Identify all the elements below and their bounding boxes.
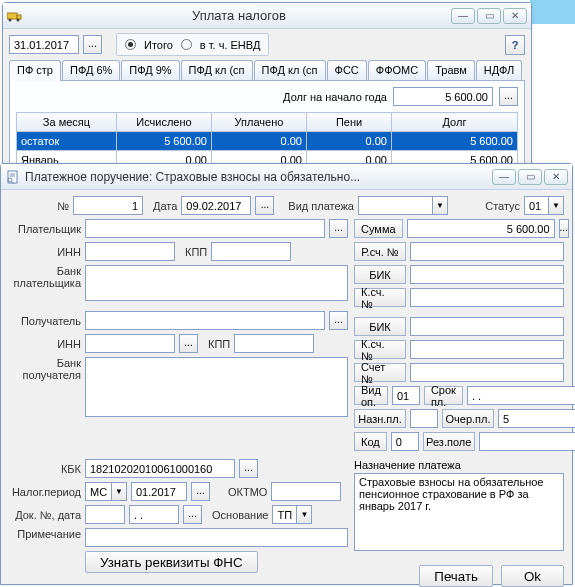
tab-pfd-kl1[interactable]: ПФД кл (сп xyxy=(181,60,253,81)
dok-date-picker[interactable]: ... xyxy=(183,505,202,524)
payer-bank-label: Банк плательщика xyxy=(9,265,81,289)
recip-ksch-input[interactable] xyxy=(410,340,564,359)
payer-kpp-input[interactable] xyxy=(211,242,291,261)
summary-mode-group: Итого в т. ч. ЕНВД xyxy=(116,33,269,56)
payer-ksch-input[interactable] xyxy=(410,288,564,307)
dok-number-input[interactable] xyxy=(85,505,125,524)
payment-order-window: Платежное поручение: Страховые взносы на… xyxy=(0,163,573,585)
rsch-input[interactable] xyxy=(410,242,564,261)
nalog-period-input[interactable] xyxy=(131,482,187,501)
tab-pfd9[interactable]: ПФД 9% xyxy=(121,60,179,81)
number-label: № xyxy=(9,200,69,212)
schet-input[interactable] xyxy=(410,363,564,382)
date-picker-button[interactable]: ... xyxy=(83,35,102,54)
window-title: Уплата налогов xyxy=(27,8,451,23)
purpose-textarea[interactable] xyxy=(354,473,564,551)
recip-bik-input[interactable] xyxy=(410,317,564,336)
kbk-input[interactable] xyxy=(85,459,235,478)
maximize-button[interactable]: ▭ xyxy=(477,8,501,24)
recipient-picker[interactable]: ... xyxy=(329,311,348,330)
kod-input[interactable] xyxy=(391,432,419,451)
recipient-label: Получатель xyxy=(9,315,81,327)
fns-details-button[interactable]: Узнать реквизиты ФНС xyxy=(85,551,258,573)
tab-fss[interactable]: ФСС xyxy=(327,60,367,81)
payment-type-select[interactable]: ▼ xyxy=(358,196,448,215)
titlebar[interactable]: Платежное поручение: Страховые взносы на… xyxy=(1,164,572,190)
maximize-button[interactable]: ▭ xyxy=(518,169,542,185)
debt-begin-label: Долг на начало года xyxy=(283,91,387,103)
tab-pf-str[interactable]: ПФ стр xyxy=(9,60,61,81)
ocherpl-input[interactable] xyxy=(498,409,575,428)
payer-bank-input[interactable] xyxy=(85,265,348,301)
close-button[interactable]: ✕ xyxy=(503,8,527,24)
payer-picker[interactable]: ... xyxy=(329,219,348,238)
date-input[interactable] xyxy=(9,35,79,54)
payer-inn-input[interactable] xyxy=(85,242,175,261)
vidop-input[interactable] xyxy=(392,386,420,405)
order-date-input[interactable] xyxy=(181,196,251,215)
col-penalty: Пени xyxy=(307,113,392,132)
oktmo-input[interactable] xyxy=(271,482,341,501)
payer-input[interactable] xyxy=(85,219,325,238)
rsch-button[interactable]: Р.сч. № xyxy=(354,242,406,261)
payments-grid[interactable]: За месяц Исчислено Уплачено Пени Долг ос… xyxy=(16,112,518,170)
tax-tabs: ПФ стр ПФД 6% ПФД 9% ПФД кл (сп ПФД кл (… xyxy=(9,60,525,81)
titlebar[interactable]: Уплата налогов — ▭ ✕ xyxy=(3,3,531,29)
tab-ffoms[interactable]: ФФОМС xyxy=(368,60,426,81)
number-input[interactable] xyxy=(73,196,143,215)
order-date-picker[interactable]: ... xyxy=(255,196,274,215)
dok-date-input[interactable] xyxy=(129,505,179,524)
debt-begin-input[interactable] xyxy=(393,87,493,106)
recipient-inn-input[interactable] xyxy=(85,334,175,353)
schet-button[interactable]: Счет № xyxy=(354,363,406,382)
radio-envd[interactable] xyxy=(181,39,192,50)
recip-ksch-button[interactable]: К.сч. № xyxy=(354,340,406,359)
oktmo-label: ОКТМО xyxy=(228,486,267,498)
recipient-kpp-input[interactable] xyxy=(234,334,314,353)
recipient-bank-input[interactable] xyxy=(85,357,348,417)
recipient-input[interactable] xyxy=(85,311,325,330)
dok-label: Док. №, дата xyxy=(9,509,81,521)
help-button[interactable]: ? xyxy=(505,35,525,55)
payer-bik-input[interactable] xyxy=(410,265,564,284)
vidop-button[interactable]: Вид оп. xyxy=(354,386,388,405)
chevron-down-icon[interactable]: ▼ xyxy=(432,197,447,214)
chevron-down-icon[interactable]: ▼ xyxy=(548,197,563,214)
payer-bik-button[interactable]: БИК xyxy=(354,265,406,284)
minimize-button[interactable]: — xyxy=(451,8,475,24)
payer-ksch-button[interactable]: К.сч. № xyxy=(354,288,406,307)
note-input[interactable] xyxy=(85,528,348,547)
minimize-button[interactable]: — xyxy=(492,169,516,185)
sum-picker[interactable]: ... xyxy=(559,219,569,238)
status-select[interactable]: 01▼ xyxy=(524,196,564,215)
tab-ndfl[interactable]: НДФЛ xyxy=(476,60,522,81)
col-month: За месяц xyxy=(17,113,117,132)
kod-button[interactable]: Код xyxy=(354,432,387,451)
print-button[interactable]: Печать xyxy=(419,565,493,587)
ocherpl-button[interactable]: Очер.пл. xyxy=(442,409,494,428)
naznpl-button[interactable]: Назн.пл. xyxy=(354,409,406,428)
tab-travm[interactable]: Травм xyxy=(427,60,475,81)
sum-input[interactable] xyxy=(407,219,555,238)
osnovanie-select[interactable]: ТП▼ xyxy=(272,505,312,524)
rezpole-button[interactable]: Рез.поле xyxy=(423,432,475,451)
ok-button[interactable]: Ok xyxy=(501,565,564,587)
chevron-down-icon[interactable]: ▼ xyxy=(111,483,126,500)
srokpl-button[interactable]: Срок пл. xyxy=(424,386,463,405)
radio-total[interactable] xyxy=(125,39,136,50)
tab-pfd6[interactable]: ПФД 6% xyxy=(62,60,120,81)
kbk-picker[interactable]: ... xyxy=(239,459,258,478)
table-row[interactable]: остаток 5 600.00 0.00 0.00 5 600.00 xyxy=(17,132,518,151)
close-button[interactable]: ✕ xyxy=(544,169,568,185)
recip-bik-button[interactable]: БИК xyxy=(354,317,406,336)
recipient-inn-picker[interactable]: ... xyxy=(179,334,198,353)
naznpl-input[interactable] xyxy=(410,409,438,428)
sum-button[interactable]: Сумма xyxy=(354,219,403,238)
nalog-period-picker[interactable]: ... xyxy=(191,482,210,501)
rezpole-input[interactable] xyxy=(479,432,575,451)
debt-picker-button[interactable]: ... xyxy=(499,87,518,106)
srokpl-input[interactable] xyxy=(467,386,575,405)
chevron-down-icon[interactable]: ▼ xyxy=(296,506,311,523)
nalog-period-type-select[interactable]: МС▼ xyxy=(85,482,127,501)
tab-pfd-kl2[interactable]: ПФД кл (сп xyxy=(254,60,326,81)
